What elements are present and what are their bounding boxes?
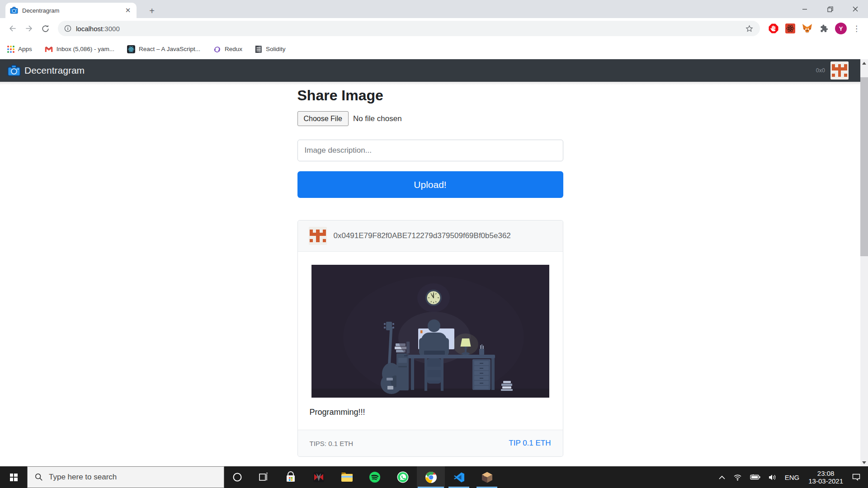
windows-logo-icon: [10, 474, 18, 481]
tab-title: Decentragram: [22, 7, 124, 14]
react-icon: [127, 45, 135, 53]
camera-favicon: [10, 6, 18, 14]
bookmark-redux[interactable]: Redux: [213, 45, 242, 53]
image-description-input[interactable]: [297, 140, 563, 161]
task-view-button[interactable]: [250, 466, 277, 488]
screen: Decentragram ✕ + localhost:3000: [0, 0, 868, 488]
windows-taskbar: ENG 23:08 13-03-2021: [0, 466, 868, 488]
taskbar-app-store[interactable]: [277, 466, 305, 488]
metamask-extension-icon[interactable]: [802, 23, 812, 34]
scrollbar-thumb[interactable]: [860, 77, 868, 256]
account-address-short: 0x0: [816, 67, 825, 74]
taskbar-search-input[interactable]: [49, 473, 198, 482]
post-caption: Programming!!!: [298, 398, 563, 430]
bookmark-star-icon[interactable]: [745, 24, 754, 33]
react-devtools-extension-icon[interactable]: [785, 23, 796, 34]
file-chosen-status: No file chosen: [353, 114, 402, 123]
address-bar[interactable]: localhost:3000: [58, 21, 760, 36]
action-center-icon[interactable]: [849, 466, 863, 488]
post-header: 0x0491E79F82f0ABE712279d379509f69Bf0b5e3…: [298, 221, 563, 252]
url-text: localhost:3000: [76, 25, 745, 33]
account-identicon: [830, 61, 849, 80]
tab-close-icon[interactable]: ✕: [124, 6, 132, 14]
scrollbar-up-arrow[interactable]: [860, 59, 868, 67]
post-card: 0x0491E79F82f0ABE712279d379509f69Bf0b5e3…: [297, 220, 563, 457]
tray-volume-icon[interactable]: [765, 466, 780, 488]
taskbar-app-whatsapp[interactable]: [389, 466, 417, 488]
reload-button[interactable]: [37, 20, 53, 37]
window-minimize-button[interactable]: [792, 0, 817, 18]
start-button[interactable]: [0, 466, 27, 488]
tips-total: TIPS: 0.1 ETH: [310, 440, 354, 447]
camera-brand-icon: [7, 65, 21, 76]
taskbar-app-explorer[interactable]: [333, 466, 361, 488]
page-title: Share Image: [297, 87, 563, 104]
browser-menu-icon[interactable]: ⋮: [853, 24, 860, 33]
file-input-row: Choose File No file chosen: [297, 111, 563, 126]
upload-button[interactable]: Upload!: [297, 171, 563, 198]
page-scrollbar[interactable]: [860, 59, 868, 466]
taskbar-app-vscode[interactable]: [445, 466, 473, 488]
adblock-extension-icon[interactable]: [768, 23, 779, 34]
taskbar-search[interactable]: [27, 466, 224, 488]
redux-icon: [213, 45, 221, 53]
post-author-identicon: [309, 227, 327, 245]
tip-button[interactable]: TIP 0.1 ETH: [509, 439, 551, 448]
bookmark-apps[interactable]: Apps: [7, 46, 32, 53]
tray-time: 23:08: [808, 469, 843, 477]
page-content: Share Image Choose File No file chosen U…: [0, 82, 860, 466]
tray-chevron-icon[interactable]: [716, 466, 728, 488]
tray-clock[interactable]: 23:08 13-03-2021: [804, 469, 847, 485]
taskbar-app-predator[interactable]: [305, 466, 333, 488]
gmail-icon: [45, 46, 53, 52]
browser-toolbar: localhost:3000 Y ⋮: [0, 18, 868, 39]
browser-titlebar: Decentragram ✕ +: [0, 0, 868, 18]
tray-wifi-icon[interactable]: [730, 466, 745, 488]
window-close-button[interactable]: [843, 0, 868, 18]
back-button[interactable]: [5, 20, 21, 37]
taskbar-app-spotify[interactable]: [361, 466, 389, 488]
browser-tab[interactable]: Decentragram ✕: [5, 3, 137, 18]
brand-title: Decentragram: [24, 65, 85, 76]
choose-file-button[interactable]: Choose File: [297, 111, 349, 126]
extensions-puzzle-icon[interactable]: [818, 23, 829, 34]
tray-language[interactable]: ENG: [782, 466, 803, 488]
new-tab-button[interactable]: +: [146, 5, 158, 17]
forward-button[interactable]: [21, 20, 37, 37]
taskbar-app-ganache[interactable]: [473, 466, 501, 488]
bookmarks-bar: Apps Inbox (5,086) - yam... React – A Ja…: [0, 39, 868, 59]
post-footer: TIPS: 0.1 ETH TIP 0.1 ETH: [298, 430, 563, 456]
post-image: [311, 265, 549, 398]
app-navbar: Decentragram 0x0: [0, 59, 860, 82]
bookmark-solidity[interactable]: Solidity: [255, 45, 286, 53]
tray-date: 13-03-2021: [808, 477, 843, 485]
brand-link[interactable]: Decentragram: [7, 65, 85, 76]
bookmark-react[interactable]: React – A JavaScript...: [127, 45, 200, 53]
profile-avatar[interactable]: Y: [835, 23, 847, 34]
solidity-icon: [255, 45, 262, 53]
post-author-address: 0x0491E79F82f0ABE712279d379509f69Bf0b5e3…: [334, 231, 511, 240]
site-info-icon[interactable]: [64, 25, 71, 32]
search-icon: [35, 473, 43, 481]
window-restore-button[interactable]: [817, 0, 843, 18]
post-body: Programming!!!: [298, 252, 563, 430]
apps-grid-icon: [7, 46, 14, 53]
tray-battery-icon[interactable]: [747, 466, 764, 488]
bookmark-inbox[interactable]: Inbox (5,086) - yam...: [45, 46, 114, 52]
taskbar-app-chrome[interactable]: [417, 466, 445, 488]
cortana-button[interactable]: [224, 466, 250, 488]
scrollbar-down-arrow[interactable]: [860, 459, 868, 466]
